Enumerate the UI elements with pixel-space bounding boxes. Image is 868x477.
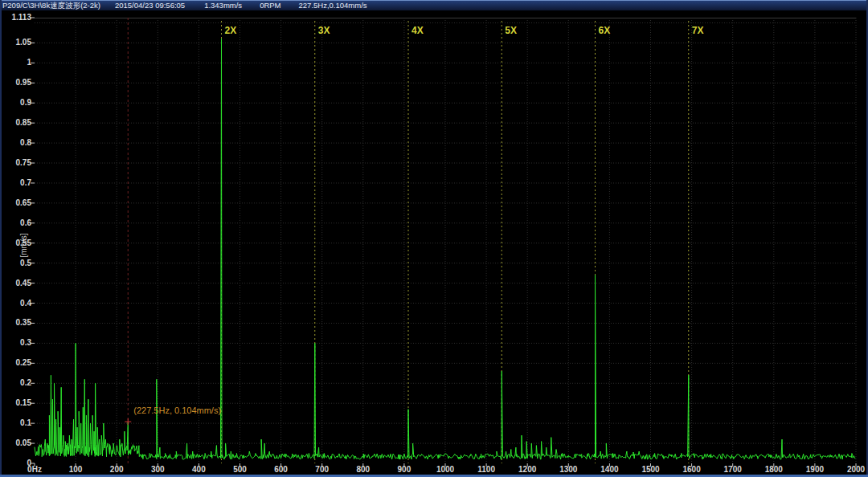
x-tick-label: 1500 (641, 465, 659, 474)
measurement-datetime: 2015/04/23 09:56:05 (115, 0, 185, 10)
spectrum-plot-area[interactable]: 2X3X4X5X6X7X(227.5Hz, 0.104mm/s) (35, 18, 856, 463)
harmonic-label-5X: 5X (505, 25, 517, 36)
y-tick-label: 0.1 (0, 418, 31, 427)
cursor-readout: 227.5Hz,0.104mm/s (299, 0, 367, 10)
y-tick-label: 1.113 (0, 13, 31, 22)
y-tick-label: 0.85 (0, 118, 31, 127)
x-tick-label: 200 (110, 465, 124, 474)
window-border-left (0, 0, 2, 477)
y-tick-label: 1.05 (0, 38, 31, 47)
x-tick-label: 1700 (724, 465, 742, 474)
y-tick-label: 0.5 (0, 259, 31, 267)
spectrum-analyzer-window: P209/C\3H\8k速度波形(2-2k) 2015/04/23 09:56:… (0, 0, 868, 477)
y-tick-label: 0.15 (0, 398, 31, 407)
cursor-annotation: (227.5Hz, 0.104mm/s) (133, 406, 221, 415)
y-tick-label: 0.8 (0, 138, 31, 147)
y-tick-label: 0.3 (0, 338, 31, 347)
harmonic-label-4X: 4X (411, 25, 424, 36)
y-tick-label: 0.95 (0, 78, 31, 87)
y-tick-label: 0.05 (0, 438, 31, 447)
x-tick-label: 100 (69, 465, 83, 474)
harmonic-label-6X: 6X (599, 25, 611, 36)
x-tick-label: 700 (315, 465, 329, 474)
y-tick-label: 0.45 (0, 279, 31, 287)
x-tick-label: 1200 (518, 465, 536, 474)
window-border-top (0, 0, 868, 1)
y-tick-label: 0.2 (0, 378, 31, 387)
x-tick-label: 1400 (600, 465, 618, 474)
rpm-value: 0RPM (260, 0, 280, 10)
y-tick-label: 0.35 (0, 318, 31, 327)
y-tick-label: 0.25 (0, 358, 31, 367)
y-tick-label: 0.6 (0, 218, 31, 227)
x-tick-label: 0Hz (27, 465, 42, 474)
x-tick-label: 500 (233, 465, 247, 474)
x-tick-label: 1600 (682, 465, 700, 474)
harmonic-label-7X: 7X (692, 25, 704, 36)
y-tick-label: 1 (0, 58, 31, 67)
y-tick-label: 0.65 (0, 198, 31, 207)
harmonic-label-2X: 2X (225, 25, 237, 36)
x-tick-label: 300 (151, 465, 165, 474)
y-tick-label: 0.75 (0, 158, 31, 167)
measurement-title: P209/C\3H\8k速度波形(2-2k) (2, 0, 100, 10)
x-tick-label: 1000 (436, 465, 454, 474)
y-tick-label: 0.7 (0, 178, 31, 187)
x-tick-label: 2000 (847, 465, 865, 474)
x-tick-label: 1800 (765, 465, 783, 474)
title-bar: P209/C\3H\8k速度波形(2-2k) 2015/04/23 09:56:… (0, 0, 868, 10)
x-tick-label: 400 (192, 465, 206, 474)
x-tick-label: 1300 (559, 465, 577, 474)
x-tick-label: 1900 (806, 465, 824, 474)
harmonic-label-3X: 3X (318, 25, 330, 36)
y-tick-label: 0.55 (0, 238, 31, 247)
x-tick-label: 800 (356, 465, 370, 474)
y-tick-label: 0.4 (0, 299, 31, 308)
x-tick-label: 900 (398, 465, 411, 474)
overall-value: 1.343mm/s (204, 0, 242, 10)
y-tick-label: 0.9 (0, 98, 31, 107)
x-tick-label: 1100 (477, 465, 495, 474)
x-tick-label: 600 (274, 465, 288, 474)
